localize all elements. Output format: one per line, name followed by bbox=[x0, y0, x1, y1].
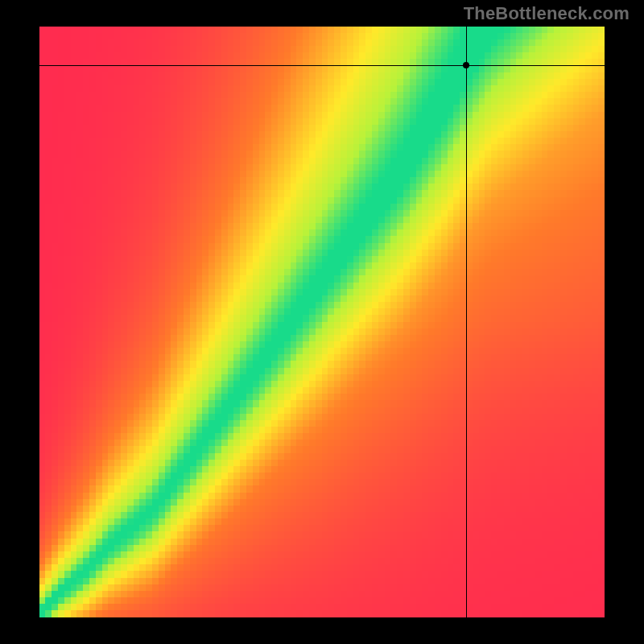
chart-frame: TheBottleneck.com bbox=[0, 0, 644, 644]
heatmap-canvas bbox=[39, 27, 605, 617]
attribution-text: TheBottleneck.com bbox=[464, 3, 630, 24]
heatmap-plot bbox=[39, 27, 605, 617]
crosshair-horizontal bbox=[39, 65, 605, 66]
crosshair-vertical bbox=[466, 27, 467, 617]
marker-dot bbox=[463, 62, 469, 68]
